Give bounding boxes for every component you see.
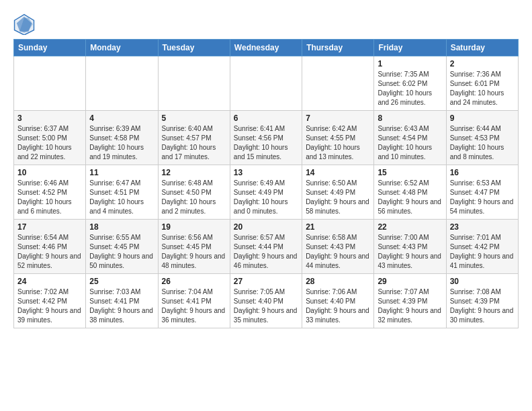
day-number: 15 bbox=[378, 168, 442, 177]
header-cell-friday: Friday bbox=[374, 40, 446, 56]
cell-content: Sunrise: 6:41 AM Sunset: 4:56 PM Dayligh… bbox=[234, 124, 298, 162]
day-number: 16 bbox=[450, 168, 515, 177]
day-cell: 29Sunrise: 7:07 AM Sunset: 4:39 PM Dayli… bbox=[374, 274, 446, 328]
day-cell bbox=[302, 56, 374, 111]
day-cell: 26Sunrise: 7:04 AM Sunset: 4:41 PM Dayli… bbox=[158, 274, 230, 328]
day-cell: 6Sunrise: 6:41 AM Sunset: 4:56 PM Daylig… bbox=[230, 111, 302, 165]
day-number: 4 bbox=[89, 113, 154, 123]
cell-content: Sunrise: 6:57 AM Sunset: 4:44 PM Dayligh… bbox=[234, 233, 298, 271]
day-cell: 7Sunrise: 6:42 AM Sunset: 4:55 PM Daylig… bbox=[302, 111, 374, 165]
day-cell: 23Sunrise: 7:01 AM Sunset: 4:42 PM Dayli… bbox=[446, 220, 518, 274]
day-cell: 21Sunrise: 6:58 AM Sunset: 4:43 PM Dayli… bbox=[302, 220, 374, 274]
day-cell bbox=[230, 56, 302, 111]
day-cell: 1Sunrise: 7:35 AM Sunset: 6:02 PM Daylig… bbox=[374, 56, 446, 111]
week-row-0: 1Sunrise: 7:35 AM Sunset: 6:02 PM Daylig… bbox=[14, 56, 519, 111]
day-cell: 3Sunrise: 6:37 AM Sunset: 5:00 PM Daylig… bbox=[14, 111, 86, 165]
logo bbox=[13, 13, 38, 35]
day-number: 6 bbox=[234, 113, 298, 123]
day-number: 29 bbox=[378, 277, 442, 286]
cell-content: Sunrise: 6:52 AM Sunset: 4:48 PM Dayligh… bbox=[378, 179, 442, 216]
cell-content: Sunrise: 7:01 AM Sunset: 4:42 PM Dayligh… bbox=[450, 233, 515, 271]
day-cell: 19Sunrise: 6:56 AM Sunset: 4:45 PM Dayli… bbox=[158, 220, 230, 274]
calendar-table: SundayMondayTuesdayWednesdayThursdayFrid… bbox=[13, 39, 519, 328]
cell-content: Sunrise: 6:47 AM Sunset: 4:51 PM Dayligh… bbox=[89, 179, 154, 216]
cell-content: Sunrise: 7:04 AM Sunset: 4:41 PM Dayligh… bbox=[162, 287, 226, 325]
day-number: 28 bbox=[306, 277, 370, 286]
cell-content: Sunrise: 6:49 AM Sunset: 4:49 PM Dayligh… bbox=[234, 179, 298, 216]
day-number: 18 bbox=[89, 222, 154, 232]
header-cell-thursday: Thursday bbox=[302, 40, 374, 56]
cell-content: Sunrise: 6:58 AM Sunset: 4:43 PM Dayligh… bbox=[306, 233, 370, 271]
day-number: 17 bbox=[17, 222, 82, 232]
day-cell: 5Sunrise: 6:40 AM Sunset: 4:57 PM Daylig… bbox=[158, 111, 230, 165]
cell-content: Sunrise: 6:55 AM Sunset: 4:45 PM Dayligh… bbox=[89, 233, 154, 271]
day-cell: 15Sunrise: 6:52 AM Sunset: 4:48 PM Dayli… bbox=[374, 165, 446, 220]
cell-content: Sunrise: 6:46 AM Sunset: 4:52 PM Dayligh… bbox=[17, 179, 82, 216]
day-number: 7 bbox=[306, 113, 370, 123]
day-number: 21 bbox=[306, 222, 370, 232]
day-number: 30 bbox=[450, 277, 515, 286]
day-number: 27 bbox=[234, 277, 298, 286]
day-cell: 16Sunrise: 6:53 AM Sunset: 4:47 PM Dayli… bbox=[446, 165, 518, 220]
day-number: 24 bbox=[17, 277, 82, 286]
day-cell: 11Sunrise: 6:47 AM Sunset: 4:51 PM Dayli… bbox=[86, 165, 158, 220]
day-number: 9 bbox=[450, 113, 515, 123]
day-number: 10 bbox=[17, 168, 82, 177]
cell-content: Sunrise: 7:00 AM Sunset: 4:43 PM Dayligh… bbox=[378, 233, 442, 271]
cell-content: Sunrise: 7:03 AM Sunset: 4:41 PM Dayligh… bbox=[89, 287, 154, 325]
cell-content: Sunrise: 7:35 AM Sunset: 6:02 PM Dayligh… bbox=[378, 70, 442, 107]
day-cell: 30Sunrise: 7:08 AM Sunset: 4:39 PM Dayli… bbox=[446, 274, 518, 328]
day-cell: 17Sunrise: 6:54 AM Sunset: 4:46 PM Dayli… bbox=[14, 220, 86, 274]
day-cell: 25Sunrise: 7:03 AM Sunset: 4:41 PM Dayli… bbox=[86, 274, 158, 328]
page: SundayMondayTuesdayWednesdayThursdayFrid… bbox=[0, 0, 532, 335]
day-number: 22 bbox=[378, 222, 442, 232]
cell-content: Sunrise: 6:56 AM Sunset: 4:45 PM Dayligh… bbox=[162, 233, 226, 271]
day-cell bbox=[14, 56, 86, 111]
week-row-4: 24Sunrise: 7:02 AM Sunset: 4:42 PM Dayli… bbox=[14, 274, 519, 328]
day-cell: 24Sunrise: 7:02 AM Sunset: 4:42 PM Dayli… bbox=[14, 274, 86, 328]
header-cell-wednesday: Wednesday bbox=[230, 40, 302, 56]
week-row-3: 17Sunrise: 6:54 AM Sunset: 4:46 PM Dayli… bbox=[14, 220, 519, 274]
day-cell: 22Sunrise: 7:00 AM Sunset: 4:43 PM Dayli… bbox=[374, 220, 446, 274]
day-number: 1 bbox=[378, 59, 442, 68]
day-number: 11 bbox=[89, 168, 154, 177]
day-number: 25 bbox=[89, 277, 154, 286]
cell-content: Sunrise: 7:36 AM Sunset: 6:01 PM Dayligh… bbox=[450, 70, 515, 107]
header-row: SundayMondayTuesdayWednesdayThursdayFrid… bbox=[14, 40, 519, 56]
day-number: 14 bbox=[306, 168, 370, 177]
day-number: 19 bbox=[162, 222, 226, 232]
day-cell bbox=[86, 56, 158, 111]
day-cell bbox=[158, 56, 230, 111]
header-area bbox=[13, 11, 519, 35]
cell-content: Sunrise: 6:37 AM Sunset: 5:00 PM Dayligh… bbox=[17, 124, 82, 162]
day-cell: 14Sunrise: 6:50 AM Sunset: 4:49 PM Dayli… bbox=[302, 165, 374, 220]
cell-content: Sunrise: 6:50 AM Sunset: 4:49 PM Dayligh… bbox=[306, 179, 370, 216]
week-row-2: 10Sunrise: 6:46 AM Sunset: 4:52 PM Dayli… bbox=[14, 165, 519, 220]
day-number: 13 bbox=[234, 168, 298, 177]
cell-content: Sunrise: 6:42 AM Sunset: 4:55 PM Dayligh… bbox=[306, 124, 370, 162]
cell-content: Sunrise: 6:39 AM Sunset: 4:58 PM Dayligh… bbox=[89, 124, 154, 162]
day-cell: 10Sunrise: 6:46 AM Sunset: 4:52 PM Dayli… bbox=[14, 165, 86, 220]
day-number: 2 bbox=[450, 59, 515, 68]
header-cell-monday: Monday bbox=[86, 40, 158, 56]
cell-content: Sunrise: 7:05 AM Sunset: 4:40 PM Dayligh… bbox=[234, 287, 298, 325]
day-number: 5 bbox=[162, 113, 226, 123]
header-cell-saturday: Saturday bbox=[446, 40, 518, 56]
cell-content: Sunrise: 7:07 AM Sunset: 4:39 PM Dayligh… bbox=[378, 287, 442, 325]
cell-content: Sunrise: 6:40 AM Sunset: 4:57 PM Dayligh… bbox=[162, 124, 226, 162]
day-cell: 27Sunrise: 7:05 AM Sunset: 4:40 PM Dayli… bbox=[230, 274, 302, 328]
day-cell: 28Sunrise: 7:06 AM Sunset: 4:40 PM Dayli… bbox=[302, 274, 374, 328]
day-number: 12 bbox=[162, 168, 226, 177]
day-cell: 4Sunrise: 6:39 AM Sunset: 4:58 PM Daylig… bbox=[86, 111, 158, 165]
header-cell-sunday: Sunday bbox=[14, 40, 86, 56]
day-number: 26 bbox=[162, 277, 226, 286]
day-number: 23 bbox=[450, 222, 515, 232]
day-number: 20 bbox=[234, 222, 298, 232]
cell-content: Sunrise: 7:02 AM Sunset: 4:42 PM Dayligh… bbox=[17, 287, 82, 325]
cell-content: Sunrise: 7:08 AM Sunset: 4:39 PM Dayligh… bbox=[450, 287, 515, 325]
day-cell: 8Sunrise: 6:43 AM Sunset: 4:54 PM Daylig… bbox=[374, 111, 446, 165]
cell-content: Sunrise: 6:53 AM Sunset: 4:47 PM Dayligh… bbox=[450, 179, 515, 216]
cell-content: Sunrise: 6:54 AM Sunset: 4:46 PM Dayligh… bbox=[17, 233, 82, 271]
cell-content: Sunrise: 6:48 AM Sunset: 4:50 PM Dayligh… bbox=[162, 179, 226, 216]
day-cell: 18Sunrise: 6:55 AM Sunset: 4:45 PM Dayli… bbox=[86, 220, 158, 274]
